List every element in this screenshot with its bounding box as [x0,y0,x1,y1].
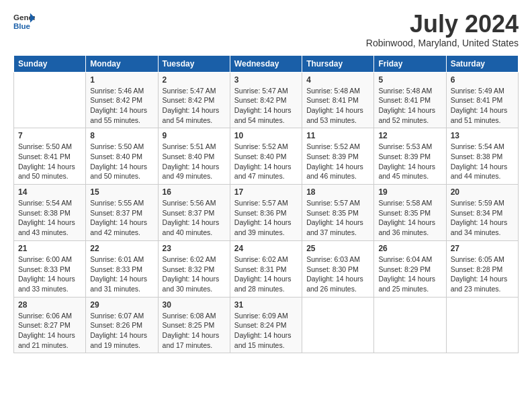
calendar-cell: 2Sunrise: 5:47 AM Sunset: 8:42 PM Daylig… [158,72,230,128]
day-number: 14 [18,187,81,197]
day-number: 27 [451,244,514,253]
day-number: 1 [90,75,153,85]
day-info: Sunrise: 5:49 AM Sunset: 8:41 PM Dayligh… [451,86,514,126]
day-number: 26 [378,244,441,253]
day-number: 6 [451,75,514,85]
day-number: 8 [90,131,153,140]
day-info: Sunrise: 5:57 AM Sunset: 8:36 PM Dayligh… [234,198,298,238]
weekday-header-tuesday: Tuesday [158,55,230,72]
day-info: Sunrise: 5:46 AM Sunset: 8:42 PM Dayligh… [90,86,153,126]
day-number: 16 [163,187,226,197]
day-info: Sunrise: 5:57 AM Sunset: 8:35 PM Dayligh… [306,198,369,238]
day-info: Sunrise: 5:50 AM Sunset: 8:41 PM Dayligh… [18,142,81,181]
calendar-cell: 21Sunrise: 6:00 AM Sunset: 8:33 PM Dayli… [14,240,86,297]
weekday-header-wednesday: Wednesday [230,55,302,72]
svg-text:Blue: Blue [13,22,31,30]
calendar-cell: 28Sunrise: 6:06 AM Sunset: 8:27 PM Dayli… [14,297,86,353]
logo-icon: General Blue [13,11,35,32]
day-info: Sunrise: 5:58 AM Sunset: 8:35 PM Dayligh… [378,198,441,238]
day-number: 21 [18,244,81,253]
calendar-cell: 4Sunrise: 5:48 AM Sunset: 8:41 PM Daylig… [302,72,374,128]
day-info: Sunrise: 6:09 AM Sunset: 8:24 PM Dayligh… [234,311,298,351]
calendar-cell: 29Sunrise: 6:07 AM Sunset: 8:26 PM Dayli… [86,297,158,353]
day-info: Sunrise: 5:53 AM Sunset: 8:39 PM Dayligh… [378,142,441,181]
day-info: Sunrise: 5:47 AM Sunset: 8:42 PM Dayligh… [234,86,298,126]
day-number: 25 [306,244,369,253]
calendar-cell: 8Sunrise: 5:50 AM Sunset: 8:40 PM Daylig… [86,128,158,185]
day-number: 24 [234,244,298,253]
day-number: 23 [163,244,226,253]
day-number: 17 [234,187,298,197]
calendar-cell: 5Sunrise: 5:48 AM Sunset: 8:41 PM Daylig… [374,72,446,128]
calendar-cell: 9Sunrise: 5:51 AM Sunset: 8:40 PM Daylig… [158,128,230,185]
day-info: Sunrise: 6:04 AM Sunset: 8:29 PM Dayligh… [378,255,441,294]
calendar-cell: 26Sunrise: 6:04 AM Sunset: 8:29 PM Dayli… [374,240,446,297]
day-info: Sunrise: 5:55 AM Sunset: 8:37 PM Dayligh… [90,198,153,238]
weekday-header-friday: Friday [374,55,446,72]
day-info: Sunrise: 6:00 AM Sunset: 8:33 PM Dayligh… [18,255,81,294]
day-number: 28 [18,300,81,310]
calendar-cell: 14Sunrise: 5:54 AM Sunset: 8:38 PM Dayli… [14,185,86,241]
day-info: Sunrise: 5:59 AM Sunset: 8:34 PM Dayligh… [451,198,514,238]
day-number: 13 [451,131,514,140]
day-number: 15 [90,187,153,197]
calendar-cell [302,297,374,353]
calendar-cell: 7Sunrise: 5:50 AM Sunset: 8:41 PM Daylig… [14,128,86,185]
title-section: July 2024 Robinwood, Maryland, United St… [366,11,519,48]
day-number: 18 [306,187,369,197]
day-number: 10 [234,131,298,140]
calendar-cell: 19Sunrise: 5:58 AM Sunset: 8:35 PM Dayli… [374,185,446,241]
day-number: 11 [306,131,369,140]
day-info: Sunrise: 5:54 AM Sunset: 8:38 PM Dayligh… [18,198,81,238]
calendar-week-2: 7Sunrise: 5:50 AM Sunset: 8:41 PM Daylig… [14,128,519,185]
calendar-cell: 10Sunrise: 5:52 AM Sunset: 8:40 PM Dayli… [230,128,302,185]
day-info: Sunrise: 6:06 AM Sunset: 8:27 PM Dayligh… [18,311,81,351]
weekday-header-sunday: Sunday [14,55,86,72]
day-info: Sunrise: 6:03 AM Sunset: 8:30 PM Dayligh… [306,255,369,294]
calendar-cell: 25Sunrise: 6:03 AM Sunset: 8:30 PM Dayli… [302,240,374,297]
day-number: 5 [378,75,441,85]
calendar-cell: 3Sunrise: 5:47 AM Sunset: 8:42 PM Daylig… [230,72,302,128]
calendar-cell: 31Sunrise: 6:09 AM Sunset: 8:24 PM Dayli… [230,297,302,353]
calendar-cell: 16Sunrise: 5:56 AM Sunset: 8:37 PM Dayli… [158,185,230,241]
day-info: Sunrise: 5:52 AM Sunset: 8:40 PM Dayligh… [234,142,298,181]
day-info: Sunrise: 6:08 AM Sunset: 8:25 PM Dayligh… [163,311,226,351]
day-number: 12 [378,131,441,140]
day-info: Sunrise: 6:05 AM Sunset: 8:28 PM Dayligh… [451,255,514,294]
day-info: Sunrise: 5:47 AM Sunset: 8:42 PM Dayligh… [163,86,226,126]
calendar-cell: 15Sunrise: 5:55 AM Sunset: 8:37 PM Dayli… [86,185,158,241]
logo: General Blue [13,11,35,32]
calendar-cell: 11Sunrise: 5:52 AM Sunset: 8:39 PM Dayli… [302,128,374,185]
weekday-header-thursday: Thursday [302,55,374,72]
page-header: General Blue July 2024 Robinwood, Maryla… [13,11,519,48]
day-number: 19 [378,187,441,197]
calendar-table: SundayMondayTuesdayWednesdayThursdayFrid… [13,55,519,354]
calendar-week-5: 28Sunrise: 6:06 AM Sunset: 8:27 PM Dayli… [14,297,519,353]
day-info: Sunrise: 6:07 AM Sunset: 8:26 PM Dayligh… [90,311,153,351]
day-number: 3 [234,75,298,85]
calendar-cell: 20Sunrise: 5:59 AM Sunset: 8:34 PM Dayli… [446,185,518,241]
day-info: Sunrise: 5:48 AM Sunset: 8:41 PM Dayligh… [306,86,369,126]
day-number: 7 [18,131,81,140]
month-title: July 2024 [366,11,519,38]
calendar-cell: 18Sunrise: 5:57 AM Sunset: 8:35 PM Dayli… [302,185,374,241]
day-number: 22 [90,244,153,253]
weekday-header-monday: Monday [86,55,158,72]
day-number: 31 [234,300,298,310]
day-info: Sunrise: 5:51 AM Sunset: 8:40 PM Dayligh… [163,142,226,181]
calendar-cell [14,72,86,128]
weekday-header-saturday: Saturday [446,55,518,72]
day-info: Sunrise: 5:54 AM Sunset: 8:38 PM Dayligh… [451,142,514,181]
calendar-cell: 30Sunrise: 6:08 AM Sunset: 8:25 PM Dayli… [158,297,230,353]
calendar-cell: 13Sunrise: 5:54 AM Sunset: 8:38 PM Dayli… [446,128,518,185]
day-info: Sunrise: 6:01 AM Sunset: 8:33 PM Dayligh… [90,255,153,294]
day-number: 30 [163,300,226,310]
header-row: SundayMondayTuesdayWednesdayThursdayFrid… [14,55,519,72]
day-number: 4 [306,75,369,85]
calendar-cell [446,297,518,353]
day-info: Sunrise: 5:52 AM Sunset: 8:39 PM Dayligh… [306,142,369,181]
calendar-cell: 17Sunrise: 5:57 AM Sunset: 8:36 PM Dayli… [230,185,302,241]
day-number: 9 [163,131,226,140]
calendar-cell: 23Sunrise: 6:02 AM Sunset: 8:32 PM Dayli… [158,240,230,297]
calendar-cell: 1Sunrise: 5:46 AM Sunset: 8:42 PM Daylig… [86,72,158,128]
